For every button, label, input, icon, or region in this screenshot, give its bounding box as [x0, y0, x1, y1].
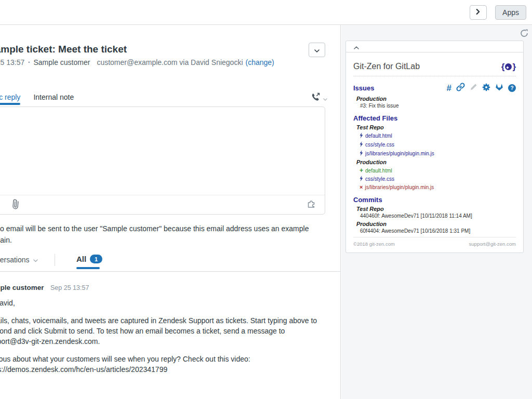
file-link[interactable]: default.html	[365, 133, 392, 139]
hash-icon[interactable]: #	[447, 84, 451, 92]
composer-apps-button[interactable]	[307, 200, 316, 210]
file-row: css/style.css	[360, 176, 516, 182]
video-link[interactable]: https://demos.zendesk.com/hc/en-us/artic…	[0, 364, 317, 375]
puzzle-icon	[307, 200, 316, 210]
support-email-link[interactable]: support@d3v-git-zen.zendesk.com.	[0, 336, 317, 347]
chevron-right-icon	[476, 8, 481, 16]
message-line: Emails, chats, voicemails, and tweets ar…	[0, 315, 317, 326]
composer-footer	[0, 195, 325, 214]
ticket-pane: Sample ticket: Meet the ticket Sep 25 13…	[0, 25, 341, 399]
ticket-title: Sample ticket: Meet the ticket	[0, 44, 127, 55]
file-group-name: Test Repo	[356, 124, 516, 130]
message-author: Sample customer	[0, 284, 44, 291]
bolt-icon	[360, 141, 363, 148]
app-toolbar: #	[447, 83, 516, 94]
message-line: Hi David,	[0, 298, 317, 308]
email-warning-line1: No email will be sent to the user "Sampl…	[0, 224, 309, 233]
bolt-icon	[360, 150, 363, 157]
reply-editor[interactable]	[0, 107, 325, 215]
chevron-down-icon	[323, 94, 327, 103]
x-icon: ×	[360, 184, 363, 190]
issue-group-name: Production	[356, 96, 516, 102]
commits-heading: Commits	[353, 196, 516, 204]
active-tab-underline	[76, 267, 100, 269]
app-footer: ©2018 git-zen.com support@git-zen.com	[353, 237, 516, 250]
divider	[353, 76, 516, 76]
commit-group-name: Production	[356, 221, 516, 227]
ticket-timestamp: Sep 25 13:57	[0, 58, 24, 66]
collapse-app-button[interactable]	[346, 41, 523, 52]
ticket-meta: Sep 25 13:57 • Sample customer customer@…	[0, 58, 274, 66]
affected-files-heading: Affected Files	[353, 114, 516, 122]
conversations-filter-label: Conversations	[0, 256, 30, 264]
link-icon[interactable]	[456, 83, 465, 94]
pencil-icon[interactable]	[470, 83, 477, 93]
commit-group-name: Test Repo	[356, 206, 516, 212]
copyright-text: ©2018 git-zen.com	[353, 241, 395, 247]
file-group-name: Production	[356, 159, 516, 165]
file-row: css/style.css	[360, 141, 516, 148]
gitlab-icon[interactable]	[495, 83, 503, 93]
via-text: customer@example.com via David Sniegocki	[97, 58, 243, 66]
bolt-icon	[360, 176, 363, 182]
file-link[interactable]: css/style.css	[365, 176, 394, 182]
chevron-down-icon	[33, 256, 38, 264]
chevron-down-icon	[314, 46, 320, 54]
all-tab-label: All	[76, 255, 86, 263]
collapse-panel-button[interactable]	[470, 5, 487, 20]
apps-sidebar: Git-Zen for GitLab {} Issues #	[341, 25, 532, 399]
refresh-apps-button[interactable]	[520, 29, 528, 39]
message-line: respond and click Submit to send. To tes…	[0, 326, 317, 336]
git-zen-app-card: Git-Zen for GitLab {} Issues #	[345, 41, 524, 253]
file-link[interactable]: js/libraries/plugin/plugin.min.js	[365, 151, 434, 156]
commit-entry: 440460f: AwesomeDev71 [10/11/2018 11:14 …	[360, 213, 516, 219]
message-timestamp: Sep 25 13:57	[50, 284, 89, 291]
message-line: Curious about what your customers will s…	[0, 354, 317, 364]
git-zen-logo-icon: {}	[501, 62, 516, 71]
ticket-options-button[interactable]	[309, 43, 325, 57]
file-row: × js/libraries/plugin/plugin.min.js	[360, 184, 516, 190]
apps-button[interactable]: Apps	[495, 5, 526, 20]
file-row: js/libraries/plugin/plugin.min.js	[360, 150, 516, 157]
issues-heading: Issues	[353, 84, 374, 92]
bullet-separator-icon: •	[28, 60, 30, 65]
divider	[0, 271, 340, 272]
help-icon[interactable]: ?	[508, 84, 516, 92]
conversation-count-badge: 1	[90, 255, 102, 263]
tab-internal-note[interactable]: Internal note	[33, 93, 74, 105]
file-link[interactable]: default.html	[365, 168, 392, 174]
requester-name: Sample customer	[33, 58, 90, 66]
bolt-icon	[360, 132, 363, 139]
call-button[interactable]	[311, 92, 327, 103]
commit-entry: 60f4404: AwesomeDev71 [10/16/2018 1:31 P…	[360, 228, 516, 234]
attach-file-button[interactable]	[11, 199, 20, 211]
plus-icon: +	[360, 167, 363, 174]
app-title: Git-Zen for GitLab	[353, 62, 420, 71]
file-link[interactable]: css/style.css	[365, 142, 394, 148]
paperclip-icon	[11, 199, 20, 211]
reload-icon	[520, 29, 528, 39]
support-email-link[interactable]: support@git-zen.com	[469, 241, 516, 247]
gear-icon[interactable]	[482, 83, 490, 94]
divider	[55, 254, 55, 266]
chevron-up-icon	[354, 42, 359, 51]
top-toolbar: Apps	[0, 0, 532, 25]
phone-icon	[311, 92, 321, 103]
tab-public-reply[interactable]: Public reply	[0, 93, 20, 105]
conversation-message: Sample customer Sep 25 13:57 Hi David, E…	[0, 283, 317, 375]
file-row: default.html	[360, 132, 516, 139]
conversations-filter[interactable]: Conversations	[0, 256, 38, 264]
issue-item: #3: Fix this issue	[360, 103, 516, 109]
file-link[interactable]: js/libraries/plugin/plugin.min.js	[365, 184, 434, 190]
file-row: + default.html	[360, 167, 516, 174]
composer-tabs: Public reply Internal note	[0, 93, 74, 105]
email-warning-line2: domain.	[0, 236, 12, 244]
change-requester-link[interactable]: (change)	[246, 58, 274, 66]
tab-all-conversations[interactable]: All 1	[76, 255, 102, 263]
